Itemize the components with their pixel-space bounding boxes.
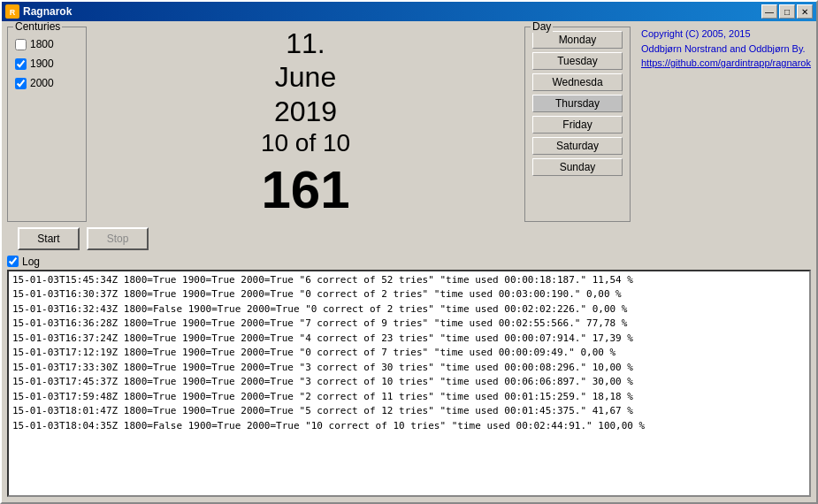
date-day: 11. xyxy=(286,27,325,60)
log-line: 15-01-03T15:45:34Z 1800=True 1900=True 2… xyxy=(12,273,806,288)
century-2000-label: 2000 xyxy=(30,77,54,89)
log-line: 15-01-03T17:59:48Z 1800=True 1900=True 2… xyxy=(12,390,806,405)
log-line: 15-01-03T17:12:19Z 1800=True 1900=True 2… xyxy=(12,346,806,361)
svg-text:R: R xyxy=(10,8,16,17)
log-line: 15-01-03T16:32:43Z 1800=False 1900=True … xyxy=(12,302,806,317)
century-2000-row: 2000 xyxy=(15,77,79,89)
maximize-button[interactable]: □ xyxy=(779,4,795,19)
century-1800-checkbox[interactable] xyxy=(15,39,27,50)
century-2000-checkbox[interactable] xyxy=(15,78,27,89)
day-monday-button[interactable]: Monday xyxy=(532,31,623,49)
day-tuesday-button[interactable]: Tuesday xyxy=(532,52,623,70)
day-thursday-button[interactable]: Thursday xyxy=(532,95,623,112)
minimize-button[interactable]: — xyxy=(761,4,777,19)
stop-button[interactable]: Stop xyxy=(87,227,149,250)
day-group: Day Monday Tuesday Wednesda Thursday Fri… xyxy=(524,27,631,222)
date-display: 11. June 2019 10 of 10 161 xyxy=(94,27,517,222)
date-number: 161 xyxy=(261,158,349,222)
day-friday-button[interactable]: Friday xyxy=(532,116,623,134)
close-button[interactable]: ✕ xyxy=(797,4,813,19)
titlebar-buttons: — □ ✕ xyxy=(761,4,813,19)
log-checkbox[interactable] xyxy=(7,256,19,267)
day-wednesday-button[interactable]: Wednesda xyxy=(532,73,623,91)
log-line: 15-01-03T16:36:28Z 1800=True 1900=True 2… xyxy=(12,317,806,332)
log-line: 15-01-03T17:33:30Z 1800=True 1900=True 2… xyxy=(12,361,806,376)
start-button[interactable]: Start xyxy=(18,227,80,250)
day-label: Day xyxy=(531,21,553,33)
log-line: 15-01-03T18:01:47Z 1800=True 1900=True 2… xyxy=(12,404,806,419)
log-box[interactable]: 15-01-03T15:45:34Z 1800=True 1900=True 2… xyxy=(7,270,811,497)
top-section: Centuries 1800 1900 2000 11. June 201 xyxy=(7,27,811,222)
log-line: 15-01-03T16:30:37Z 1800=True 1900=True 2… xyxy=(12,287,806,302)
titlebar: R Ragnarok — □ ✕ xyxy=(2,2,816,21)
century-1800-row: 1800 xyxy=(15,38,79,50)
github-link[interactable]: https://github.com/gardintrapp/ragnarok xyxy=(641,57,811,68)
log-section: Log 15-01-03T15:45:34Z 1800=True 1900=Tr… xyxy=(7,256,811,497)
centuries-label: Centuries xyxy=(13,21,62,33)
century-1900-label: 1900 xyxy=(30,57,54,70)
date-month: June xyxy=(275,60,336,94)
action-buttons: Start Stop xyxy=(18,227,811,250)
main-window: R Ragnarok — □ ✕ Centuries 1800 19 xyxy=(0,0,818,504)
titlebar-left: R Ragnarok xyxy=(5,4,72,19)
date-year: 2019 xyxy=(274,95,337,128)
info-text: Copyright (C) 2005, 2015 Oddbjørn Norstr… xyxy=(638,27,811,222)
copyright-text: Copyright (C) 2005, 2015 xyxy=(641,28,751,39)
log-label: Log xyxy=(22,256,40,268)
century-1900-checkbox[interactable] xyxy=(15,58,27,70)
day-sunday-button[interactable]: Sunday xyxy=(532,158,623,176)
log-line: 15-01-03T18:04:35Z 1800=False 1900=True … xyxy=(12,419,806,434)
content-area: Centuries 1800 1900 2000 11. June 201 xyxy=(2,21,816,502)
century-1800-label: 1800 xyxy=(30,38,54,50)
day-saturday-button[interactable]: Saturday xyxy=(532,137,623,155)
log-header: Log xyxy=(7,256,811,268)
app-icon: R xyxy=(5,4,19,19)
date-tries: 10 of 10 xyxy=(261,128,350,158)
centuries-group: Centuries 1800 1900 2000 xyxy=(7,27,87,222)
window-title: Ragnarok xyxy=(23,5,72,18)
log-line: 15-01-03T16:37:24Z 1800=True 1900=True 2… xyxy=(12,332,806,347)
author-text: Oddbjørn Norstrand and Oddbjørn By. xyxy=(641,43,806,54)
log-line: 15-01-03T17:45:37Z 1800=True 1900=True 2… xyxy=(12,375,806,390)
century-1900-row: 1900 xyxy=(15,57,79,70)
